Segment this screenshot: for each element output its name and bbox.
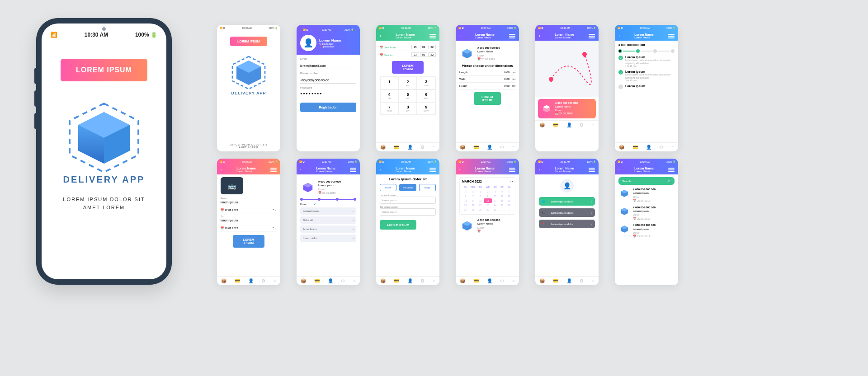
profile-item[interactable]: Lorem ipsum dolor: [539, 197, 595, 206]
back-icon[interactable]: [380, 168, 381, 172]
menu-icon[interactable]: [509, 34, 515, 38]
date-from-input[interactable]: 15 03 22: [411, 45, 436, 49]
size-option[interactable]: small: [380, 184, 396, 191]
menu-icon[interactable]: [509, 168, 515, 172]
keypad-key[interactable]: 4GHI: [380, 89, 399, 102]
search-result-item[interactable]: # 000 000 000 000Lorem ipsumDolor📅 25.06…: [618, 188, 675, 203]
keypad-key[interactable]: 2ABC: [399, 77, 417, 89]
password-input[interactable]: ● ● ● ● ● ● ● ●: [300, 92, 356, 96]
hero-cta-button[interactable]: LOREM IPSUM: [61, 59, 147, 81]
back-icon[interactable]: [221, 168, 222, 172]
menu-icon[interactable]: [589, 34, 595, 38]
nav-user-icon[interactable]: [646, 145, 651, 150]
size-option[interactable]: large: [419, 184, 436, 191]
timeline-step: ✓Lorem ipsumLorem ipsum dolor sit amet d…: [618, 70, 675, 82]
menu-icon[interactable]: [429, 34, 436, 38]
nav-user-icon[interactable]: [566, 122, 572, 127]
menu-icon[interactable]: [668, 34, 675, 38]
nav-gear-icon[interactable]: [659, 145, 663, 150]
back-icon[interactable]: [459, 168, 461, 172]
calendar-icon: [380, 46, 383, 49]
date-to-row[interactable]: 18.03.2022⌃⌄: [221, 225, 277, 231]
nav-gear-icon[interactable]: [580, 122, 584, 127]
detail-row[interactable]: Lorem ipsum: [300, 207, 356, 215]
keypad-key[interactable]: 5JKL: [399, 89, 417, 102]
nav-box-icon[interactable]: [619, 145, 624, 150]
nav-box-icon[interactable]: [380, 145, 386, 150]
screen-registration: 📶 ⦿10:30 AM100% 🔋 👤 Lorem Name Ipsum dol…: [297, 25, 360, 151]
dimension-row[interactable]: Width0.00 cm: [459, 76, 515, 83]
search-input[interactable]: Search ...: [618, 177, 675, 185]
menu-icon[interactable]: [589, 168, 595, 172]
calendar-widget[interactable]: MARCH 2022‹ › SUMOTUWETHFRSA303112345678…: [459, 177, 515, 215]
detail-row[interactable]: Dolor sit: [300, 216, 356, 224]
to-input[interactable]: lorem ipsum: [221, 218, 277, 223]
nav-card-icon[interactable]: [553, 122, 558, 127]
app-logo-icon: [61, 95, 147, 183]
nav-card-icon[interactable]: [632, 145, 638, 150]
nav-box-icon[interactable]: [460, 145, 465, 150]
date-submit-button[interactable]: LOREM IPSUM: [392, 61, 424, 74]
search-result-item[interactable]: # 000 000 000 000Lorem ipsumDolor📅 25.06…: [618, 206, 675, 221]
calendar-icon: [380, 54, 383, 56]
dimension-row[interactable]: Length0.00 cm: [459, 69, 515, 76]
nav-card-icon[interactable]: [473, 145, 479, 150]
back-icon[interactable]: [380, 34, 381, 38]
splash-app-name: DELIVERY APP: [231, 91, 266, 95]
email-input[interactable]: [300, 63, 356, 69]
timeline-step: ✓Lorem ipsumLorem ipsum dolor sit amet d…: [618, 56, 675, 67]
nav-gear-icon[interactable]: [500, 145, 504, 150]
size-input-2[interactable]: lorem ipsum: [380, 208, 436, 216]
date-from-row[interactable]: 17.03.2022⌃⌄: [221, 207, 277, 213]
keypad-key[interactable]: 7PQRS: [380, 102, 399, 115]
back-icon[interactable]: [459, 34, 461, 38]
detail-row[interactable]: Amet lorem: [300, 226, 356, 233]
keypad-key[interactable]: 1: [380, 77, 399, 89]
nav-menu-icon[interactable]: [433, 145, 435, 150]
keypad-key[interactable]: 3DEF: [417, 77, 435, 89]
nav-menu-icon[interactable]: [671, 145, 674, 150]
nav-box-icon[interactable]: [539, 122, 545, 127]
nav-menu-icon[interactable]: [592, 122, 594, 127]
app-name: DELIVERY APP: [63, 174, 145, 185]
size-input-1[interactable]: lorem ipsum: [380, 197, 436, 204]
splash-cta-button[interactable]: LOREM IPSUM: [230, 37, 267, 46]
nav-user-icon[interactable]: [407, 145, 413, 150]
nav-gear-icon[interactable]: [420, 145, 425, 150]
menu-icon[interactable]: [350, 168, 356, 172]
nav-user-icon[interactable]: [487, 145, 492, 150]
profile-item[interactable]: Lorem ipsum dolor: [539, 208, 595, 217]
nav-menu-icon[interactable]: [512, 145, 515, 150]
menu-icon[interactable]: [429, 168, 436, 172]
avatar-icon: 👤: [300, 35, 316, 51]
screen-splash: 📶 ⦿10:30 AM100% 🔋 LOREM IPSUM DELIVERY A…: [217, 25, 280, 151]
size-option[interactable]: medium: [399, 184, 416, 191]
keypad-key[interactable]: 8TUV: [399, 102, 417, 115]
phone-input[interactable]: [300, 77, 356, 84]
detail-row[interactable]: Ipsum dolor: [300, 235, 356, 242]
map-view[interactable]: [535, 41, 599, 97]
size-submit-button[interactable]: LOREM IPSUM: [380, 220, 416, 230]
screen-size-select: 📶 ⦿10:30 AM100% 🔋 Lorem NameLorem Name L…: [376, 159, 439, 285]
keypad-key[interactable]: 9WXYZ: [417, 102, 435, 115]
route-button[interactable]: LOREM IPSUM: [233, 235, 264, 248]
screen-route: 📶 ⦿10:30 AM100% 🔋 Lorem NameLorem Name F…: [217, 159, 280, 285]
back-icon[interactable]: [618, 34, 620, 38]
back-icon[interactable]: [618, 168, 620, 172]
registration-button[interactable]: Registration: [300, 103, 356, 112]
keypad-key[interactable]: 6MNO: [417, 89, 435, 102]
dimensions-button[interactable]: LOREM IPSUM: [474, 92, 501, 105]
profile-item[interactable]: Lorem ipsum dolor: [539, 220, 595, 228]
menu-icon[interactable]: [270, 168, 277, 172]
back-icon[interactable]: [539, 168, 540, 172]
back-icon[interactable]: [300, 168, 302, 172]
date-to-input[interactable]: 23 03 22: [411, 52, 436, 57]
from-input[interactable]: lorem ipsum: [221, 200, 277, 205]
menu-icon[interactable]: [668, 168, 675, 172]
map-package-card[interactable]: # 000 000 000 000 Lorem Name Dolor 25.06…: [538, 99, 596, 118]
search-result-item[interactable]: # 000 000 000 000Lorem ipsumDolor📅 25.06…: [618, 223, 675, 239]
back-icon[interactable]: [539, 34, 540, 38]
dimension-row[interactable]: Heigth0.00 cm: [459, 83, 515, 89]
nav-card-icon[interactable]: [394, 145, 399, 150]
big-phone-mockup: 10:30 AM 100% 🔋 LOREM IPSUM DELIVERY APP…: [36, 18, 172, 285]
